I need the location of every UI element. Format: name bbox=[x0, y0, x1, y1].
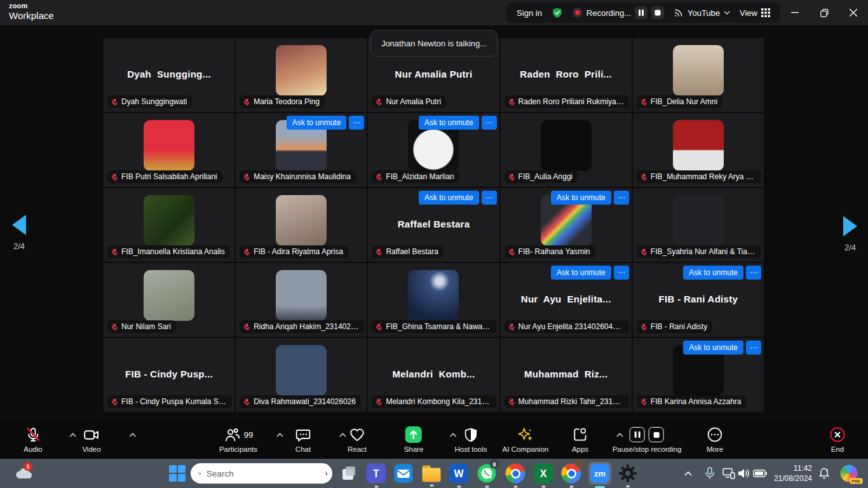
search-icon bbox=[198, 469, 201, 478]
view-control[interactable]: View bbox=[740, 8, 770, 18]
restore-button[interactable] bbox=[810, 0, 839, 25]
previous-page-control[interactable]: 2/4 bbox=[5, 215, 33, 251]
minimize-button[interactable] bbox=[780, 0, 810, 25]
tile-more-button[interactable]: ⋯ bbox=[614, 266, 629, 280]
share-button[interactable]: Share bbox=[404, 425, 424, 453]
apps-button[interactable]: Apps bbox=[572, 425, 588, 453]
tile-more-button[interactable]: ⋯ bbox=[349, 116, 364, 130]
participant-tile: Nur Nilam Sari bbox=[104, 263, 234, 337]
excel-icon[interactable]: X bbox=[534, 464, 553, 484]
participant-name-pill: FIB_Alzidan Marlian bbox=[372, 170, 459, 183]
file-explorer-icon[interactable] bbox=[423, 465, 441, 482]
sign-in-button[interactable]: Sign in bbox=[517, 8, 542, 18]
participant-tile: Raden Roro Prili...Raden Roro Priliani R… bbox=[501, 38, 632, 112]
participant-tile: FIB - Cindy Pusp...FIB - Cindy Puspa Kum… bbox=[104, 338, 234, 412]
stop-recording-icon[interactable] bbox=[651, 6, 664, 19]
ai-companion-button[interactable]: AI Companion bbox=[503, 425, 549, 453]
gallery-grid: Dyah Sungging...Dyah SunggingwatiMaria T… bbox=[104, 38, 764, 412]
settings-gear-icon[interactable] bbox=[618, 464, 637, 483]
participant-avatar bbox=[276, 195, 327, 246]
tile-more-button[interactable]: ⋯ bbox=[482, 191, 497, 205]
chat-button[interactable]: Chat bbox=[295, 425, 311, 453]
ask-to-unmute-button[interactable]: Ask to unmute bbox=[419, 116, 479, 130]
next-page-arrow-icon[interactable] bbox=[843, 216, 857, 236]
titlebar-controls: Sign in Recording... YouTube bbox=[506, 3, 780, 23]
participant-name-label: FIB_Syahria Nur Alfani & Tiara... bbox=[651, 247, 756, 256]
participant-avatar bbox=[673, 45, 724, 96]
onedrive-tray-icon[interactable]: 1 bbox=[15, 467, 32, 480]
tray-chevron-icon[interactable] bbox=[684, 471, 692, 476]
audio-button[interactable]: Audio bbox=[24, 425, 42, 453]
copilot-tray-icon[interactable]: PRE bbox=[841, 465, 858, 482]
ask-to-unmute-button[interactable]: Ask to unmute bbox=[551, 266, 611, 280]
tray-volume-icon[interactable] bbox=[738, 468, 750, 479]
word-icon[interactable]: W bbox=[449, 464, 469, 484]
tile-more-button[interactable]: ⋯ bbox=[614, 191, 629, 205]
tile-more-button[interactable]: ⋯ bbox=[746, 266, 761, 280]
ask-to-unmute-button[interactable]: Ask to unmute bbox=[683, 266, 743, 280]
video-button[interactable]: Video bbox=[82, 425, 100, 453]
search-input[interactable] bbox=[207, 469, 319, 478]
tile-controls: Ask to unmute⋯ bbox=[419, 191, 497, 205]
chrome-icon[interactable] bbox=[506, 464, 526, 484]
video-caret-icon[interactable] bbox=[129, 433, 136, 437]
speaker-toast: Jonathan Newton is talking... bbox=[370, 30, 498, 57]
page-indicator-left: 2/4 bbox=[5, 241, 33, 251]
close-button[interactable] bbox=[839, 0, 868, 25]
end-button[interactable]: End bbox=[829, 425, 846, 453]
audio-caret-icon[interactable] bbox=[69, 433, 76, 437]
pause-recording-toolbar-icon[interactable] bbox=[630, 427, 645, 442]
zoom-taskbar-icon[interactable]: zm bbox=[588, 462, 611, 485]
participant-tile: FIB_Syahria Nur Alfani & Tiara... bbox=[633, 188, 764, 262]
participant-name-label: Maisy Khairunnisa Maulidina bbox=[254, 172, 351, 181]
previous-page-arrow-icon[interactable] bbox=[12, 215, 26, 235]
search-bird-image bbox=[324, 465, 329, 482]
participant-name-pill: FIB - Cindy Puspa Kumala Sari... bbox=[107, 395, 232, 408]
react-button[interactable]: React bbox=[348, 425, 367, 453]
notification-bell-icon[interactable]: z bbox=[818, 467, 831, 480]
participant-avatar bbox=[673, 120, 724, 171]
ask-to-unmute-button[interactable]: Ask to unmute bbox=[551, 191, 611, 205]
whatsapp-icon[interactable]: 8 bbox=[477, 464, 497, 484]
stop-recording-toolbar-icon[interactable] bbox=[649, 427, 664, 442]
ask-to-unmute-button[interactable]: Ask to unmute bbox=[419, 191, 479, 205]
tray-clock[interactable]: 11:42 21/08/2024 bbox=[774, 463, 812, 484]
muted-mic-icon bbox=[375, 173, 383, 181]
chrome-profile-icon[interactable] bbox=[562, 464, 581, 484]
muted-mic-icon bbox=[243, 173, 251, 181]
taskbar-search[interactable] bbox=[191, 463, 332, 484]
start-button[interactable] bbox=[169, 465, 186, 482]
participant-tile: Muhammad Riz...Muhammad Rizki Tahir_2314… bbox=[501, 338, 632, 412]
ask-to-unmute-button[interactable]: Ask to unmute bbox=[683, 341, 743, 355]
muted-mic-icon bbox=[640, 398, 648, 406]
muted-mic-icon bbox=[243, 398, 251, 406]
participants-caret-icon[interactable] bbox=[276, 433, 283, 437]
ask-to-unmute-button[interactable]: Ask to unmute bbox=[287, 116, 347, 130]
tile-more-button[interactable]: ⋯ bbox=[746, 341, 761, 355]
next-page-control[interactable]: 2/4 bbox=[836, 216, 864, 252]
participant-name-label: FIB_Delia Nur Amni bbox=[651, 97, 717, 106]
youtube-label: YouTube bbox=[688, 8, 720, 18]
chat-caret-icon[interactable] bbox=[339, 433, 346, 437]
pause-recording-icon[interactable] bbox=[635, 6, 648, 19]
participant-name-pill: Ridha Ariqah Hakim_2314026... bbox=[240, 320, 364, 333]
more-button[interactable]: More bbox=[707, 425, 723, 453]
security-shield-icon[interactable] bbox=[552, 7, 563, 18]
whatsapp-badge: 8 bbox=[490, 459, 499, 469]
live-stream-control[interactable]: YouTube bbox=[674, 8, 730, 18]
pause-stop-recording-button[interactable]: Pause/stop recording bbox=[613, 425, 682, 453]
tray-date: 21/08/2024 bbox=[774, 473, 812, 484]
teams-icon[interactable]: T bbox=[367, 464, 386, 484]
participant-name-label: FIB - Adira Riyatma Aprisa bbox=[254, 247, 343, 256]
participant-tile: Ask to unmute⋯FIB- Raihana Yasmin bbox=[501, 188, 632, 262]
tray-microphone-icon[interactable] bbox=[705, 467, 715, 480]
participant-name-pill: FIB_Syahria Nur Alfani & Tiara... bbox=[637, 245, 761, 258]
host-tools-button[interactable]: Host tools bbox=[454, 425, 487, 453]
participants-button[interactable]: 99 Participants bbox=[219, 425, 257, 453]
muted-mic-icon bbox=[375, 98, 383, 106]
task-view-icon[interactable] bbox=[341, 465, 357, 482]
tray-battery-icon[interactable] bbox=[753, 470, 767, 477]
tray-display-icon[interactable] bbox=[722, 468, 735, 479]
tile-more-button[interactable]: ⋯ bbox=[482, 116, 497, 130]
mail-icon[interactable] bbox=[394, 464, 414, 484]
